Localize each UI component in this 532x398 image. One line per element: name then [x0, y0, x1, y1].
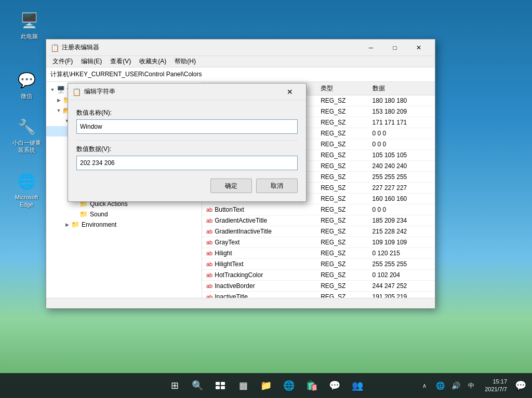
dialog-icon: 📋 — [72, 88, 81, 96]
data-input[interactable] — [76, 156, 298, 170]
dialog-overlay: 📋 编辑字符串 ✕ 数值名称(N): 数值数据(V): 确定 取消 — [0, 0, 532, 398]
edit-string-dialog: 📋 编辑字符串 ✕ 数值名称(N): 数值数据(V): 确定 取消 — [68, 83, 307, 202]
dialog-title-bar: 📋 编辑字符串 ✕ — [68, 84, 306, 100]
desktop: 🖥️ 此电脑 💬 微信 🔧 小白一键重装系统 🌐 Microsoft Edge … — [0, 0, 532, 398]
dialog-buttons: 确定 取消 — [76, 179, 298, 193]
name-field: 数值名称(N): — [76, 108, 298, 134]
dialog-title-text: 编辑字符串 — [84, 87, 278, 96]
dialog-divider — [76, 140, 298, 141]
dialog-body: 数值名称(N): 数值数据(V): 确定 取消 — [68, 100, 306, 201]
name-label: 数值名称(N): — [76, 108, 298, 117]
confirm-button[interactable]: 确定 — [210, 179, 252, 193]
dialog-close-button[interactable]: ✕ — [278, 84, 302, 100]
name-input[interactable] — [76, 119, 298, 134]
data-label: 数值数据(V): — [76, 145, 298, 154]
cancel-button[interactable]: 取消 — [256, 179, 298, 193]
data-field: 数值数据(V): — [76, 145, 298, 170]
